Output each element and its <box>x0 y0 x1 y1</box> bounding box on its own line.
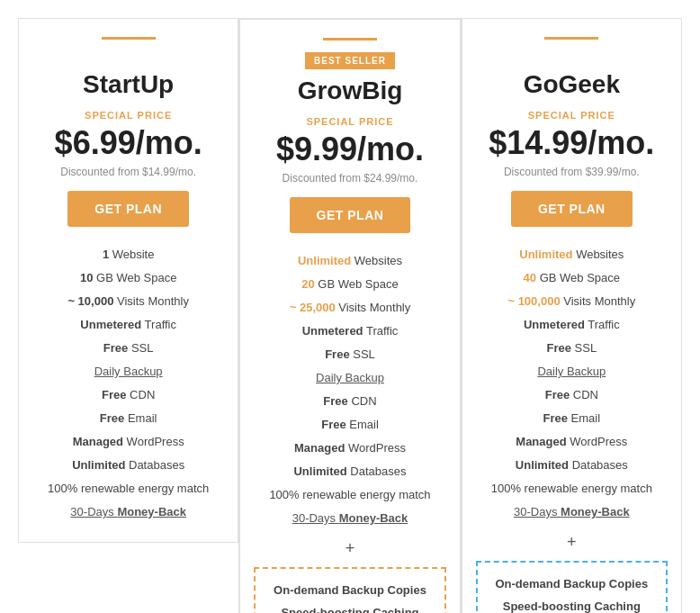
feature-item: ~ 25,000 Visits Monthly <box>254 296 445 320</box>
feature-item: Unlimited Databases <box>32 454 224 477</box>
plan-name: StartUp <box>32 70 224 99</box>
feature-item: 30-Days Money-Back <box>32 500 224 524</box>
price: $14.99/mo. <box>476 124 668 162</box>
feature-item: 30-Days Money-Back <box>476 500 668 524</box>
feature-item: Free Email <box>32 407 224 430</box>
feature-item: 100% renewable energy match <box>476 477 668 500</box>
price: $6.99/mo. <box>32 124 224 162</box>
plus-sign: + <box>254 539 445 558</box>
plus-sign: + <box>476 533 668 552</box>
top-line <box>102 37 156 40</box>
special-price-label: SPECIAL PRICE <box>254 116 445 127</box>
feature-item: Managed WordPress <box>254 437 445 460</box>
feature-item: Daily Backup <box>254 366 445 390</box>
plan-card-startup: StartUpSPECIAL PRICE$6.99/mo.Discounted … <box>18 18 238 543</box>
pricing-container: StartUpSPECIAL PRICE$6.99/mo.Discounted … <box>18 18 682 613</box>
features-list: 1 Website10 GB Web Space~ 10,000 Visits … <box>32 243 224 524</box>
feature-item: 30-Days Money-Back <box>254 507 445 530</box>
discounted-from: Discounted from $14.99/mo. <box>32 166 224 178</box>
discounted-from: Discounted from $39.99/mo. <box>476 166 668 178</box>
feature-item: Unmetered Traffic <box>476 313 668 337</box>
feature-item: ~ 10,000 Visits Monthly <box>32 290 224 313</box>
extra-feature-item: Speed-boosting Caching <box>487 596 657 613</box>
feature-item: Unlimited Databases <box>254 460 445 483</box>
features-list: Unlimited Websites40 GB Web Space~ 100,0… <box>476 243 668 524</box>
feature-item: Unmetered Traffic <box>254 320 445 343</box>
feature-item: Free SSL <box>254 343 445 366</box>
feature-item: Managed WordPress <box>476 430 668 454</box>
feature-item: 40 GB Web Space <box>476 266 668 290</box>
plan-card-growbig: BEST SELLERGrowBigSPECIAL PRICE$9.99/mo.… <box>238 18 461 613</box>
special-price-label: SPECIAL PRICE <box>32 110 224 121</box>
feature-item: 100% renewable energy match <box>32 477 224 500</box>
plan-name: GoGeek <box>476 70 668 99</box>
feature-item: Unmetered Traffic <box>32 313 224 337</box>
get-plan-button[interactable]: GET PLAN <box>290 197 411 233</box>
feature-item: Managed WordPress <box>32 430 224 454</box>
feature-item: Free SSL <box>32 337 224 360</box>
plan-name: GrowBig <box>254 77 445 105</box>
feature-item: Free Email <box>254 413 445 437</box>
feature-item: Daily Backup <box>32 360 224 383</box>
top-line <box>544 37 598 40</box>
feature-item: ~ 100,000 Visits Monthly <box>476 290 668 313</box>
feature-item: Free Email <box>476 407 668 430</box>
features-list: Unlimited Websites20 GB Web Space~ 25,00… <box>254 249 445 530</box>
feature-item: Unlimited Websites <box>476 243 668 266</box>
feature-item: Unlimited Websites <box>254 249 445 273</box>
special-price-label: SPECIAL PRICE <box>476 110 668 121</box>
feature-item: Free CDN <box>254 390 445 413</box>
extra-features-box: On-demand Backup CopiesSpeed-boosting Ca… <box>476 561 668 613</box>
best-seller-badge: BEST SELLER <box>305 52 395 69</box>
feature-item: 10 GB Web Space <box>32 266 224 290</box>
badge-spacer <box>32 50 224 70</box>
plan-card-gogeek: GoGeekSPECIAL PRICE$14.99/mo.Discounted … <box>462 18 682 613</box>
price: $9.99/mo. <box>254 131 445 168</box>
get-plan-button[interactable]: GET PLAN <box>67 191 189 227</box>
feature-item: Free CDN <box>476 383 668 407</box>
feature-item: 100% renewable energy match <box>254 483 445 507</box>
feature-item: Daily Backup <box>476 360 668 383</box>
discounted-from: Discounted from $24.99/mo. <box>254 172 445 185</box>
top-line <box>323 38 377 41</box>
feature-item: 1 Website <box>32 243 224 266</box>
feature-item: Free SSL <box>476 337 668 360</box>
badge-spacer <box>476 50 668 70</box>
feature-item: Free CDN <box>32 383 224 407</box>
extra-feature-item: On-demand Backup Copies <box>487 573 657 596</box>
feature-item: Unlimited Databases <box>476 454 668 477</box>
extra-feature-item: On-demand Backup Copies <box>265 580 435 602</box>
feature-item: 20 GB Web Space <box>254 273 445 296</box>
extra-features-box: On-demand Backup CopiesSpeed-boosting Ca… <box>254 567 445 613</box>
extra-feature-item: Speed-boosting Caching <box>265 602 435 613</box>
get-plan-button[interactable]: GET PLAN <box>511 191 633 227</box>
